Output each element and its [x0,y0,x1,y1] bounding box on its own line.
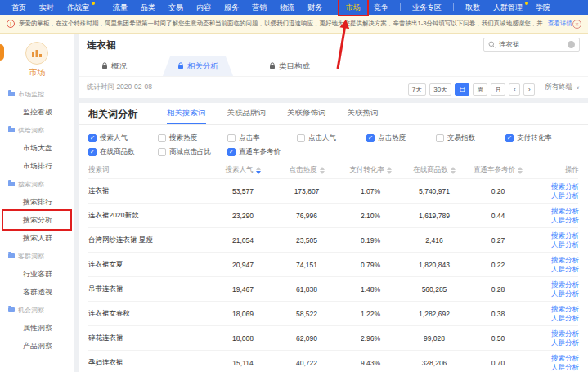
sidebar-item-14[interactable]: 产品洞察 [3,337,70,355]
filter-0-1[interactable]: 搜索热度 [158,133,227,143]
column-header-5[interactable]: 直通车参考价 [466,165,530,175]
column-label: 支付转化率 [349,165,384,175]
word-tab-1[interactable]: 关联品牌词 [227,103,267,124]
filter-0-5[interactable]: 交易指数 [436,133,505,143]
nav-item-2[interactable]: 作战室 [61,0,96,15]
filter-1-1[interactable]: 商城点击占比 [158,147,227,157]
action-link-0[interactable]: 搜索分析 [551,231,579,240]
nav-item-7[interactable]: 内容 [190,0,218,15]
sort-icon[interactable] [451,167,456,174]
action-link-0[interactable]: 搜索分析 [551,256,579,265]
filter-1-2[interactable]: ✓直通车参考价 [227,147,297,157]
action-link-1[interactable]: 人群分析 [551,265,579,274]
sidebar-item-11[interactable]: 客群透视 [3,283,70,301]
nav-item-5[interactable]: 品类 [134,0,162,15]
sort-icon[interactable] [320,167,325,174]
notice-detail-link[interactable]: 查看详情 [548,20,572,28]
word-tab-2[interactable]: 关联修饰词 [287,103,326,124]
action-link-0[interactable]: 搜索分析 [551,182,579,191]
sidebar-item-8[interactable]: 搜索人群 [3,229,70,247]
range-button-1[interactable]: 30天 [429,83,451,96]
nav-item-8[interactable]: 服务 [218,0,245,15]
word-tab-0[interactable]: 相关搜索词 [167,103,206,124]
nav-item-18[interactable]: 取数 [459,0,487,15]
filter-0-3[interactable]: 点击人气 [297,133,366,143]
sidebar-item-3[interactable]: 市场大盘 [3,139,70,157]
tab-0[interactable]: 概况 [87,56,141,76]
cell-value-0: 20,947 [211,261,275,269]
sidebar-item-4[interactable]: 市场排行 [3,157,70,175]
nav-item-0[interactable]: 首页 [5,0,33,15]
nav-item-16[interactable]: 业务专区 [406,0,448,15]
period-button-1[interactable]: 周 [473,83,487,96]
period-button-0[interactable]: 日 [455,83,469,96]
action-link-1[interactable]: 人群分析 [551,289,579,298]
nav-item-20[interactable]: 学院 [529,0,557,15]
pager-button-1[interactable]: › [523,83,535,96]
nav-item-14[interactable]: 竞争 [367,0,395,15]
cell-value-3: 328,206 [402,359,466,367]
column-header-4[interactable]: 在线商品数 [402,165,466,175]
filter-0-6[interactable]: ✓支付转化率 [505,133,575,143]
nav-item-11[interactable]: 财务 [301,0,329,15]
nav-item-13[interactable]: 市场 [339,0,367,15]
filter-label: 点击率 [239,133,260,143]
cell-value-0: 19,467 [211,285,275,294]
table-row: 碎花连衣裙18,00862,0902.96%99,0280.50搜索分析人群分析 [88,325,578,350]
action-link-0[interactable]: 搜索分析 [551,305,579,314]
cell-value-3: 99,028 [402,334,466,343]
table-row: 连衣裙女春秋18,06958,5221.22%1,282,6920.38搜索分析… [88,301,578,325]
column-label: 操作 [565,165,579,175]
filter-0-2[interactable]: 点击率 [227,133,297,143]
column-header-3[interactable]: 支付转化率 [339,165,402,175]
action-link-0[interactable]: 搜索分析 [551,329,579,338]
sidebar-item-10[interactable]: 行业客群 [3,265,70,283]
gear-icon[interactable] [568,41,575,48]
title-row: 连衣裙 连衣裙 [79,34,588,56]
nav-item-19[interactable]: 人群管理 [487,0,529,15]
edge-floating-tag[interactable] [0,44,4,61]
tab-1[interactable]: 相关分析 [163,56,233,76]
folder-icon [8,92,15,96]
sort-icon[interactable] [256,167,261,174]
sidebar-item-1[interactable]: 监控看板 [3,103,70,121]
range-button-0[interactable]: 7天 [408,83,426,96]
action-link-1[interactable]: 人群分析 [551,338,579,347]
nav-item-6[interactable]: 交易 [162,0,190,15]
sidebar-item-13[interactable]: 属性洞察 [3,319,70,337]
sort-icon[interactable] [518,167,523,174]
terminal-filter-dropdown[interactable]: 所有终端 ∨ [545,83,580,92]
page: 首页实时作战室流量品类交易内容服务营销物流财务市场竞争业务专区取数人群管理学院 … [0,0,588,372]
nav-item-4[interactable]: 流量 [106,0,134,15]
action-link-1[interactable]: 人群分析 [551,363,579,372]
word-tab-3[interactable]: 关联热词 [348,103,379,124]
sidebar-item-6[interactable]: 搜索排行 [3,193,70,211]
action-link-1[interactable]: 人群分析 [551,240,579,249]
column-header-1[interactable]: 搜索人气 [211,165,275,175]
action-link-1[interactable]: 人群分析 [551,191,579,200]
stat-time-value: 2020-02-08 [116,83,151,91]
cell-value-0: 18,008 [211,334,275,343]
period-button-2[interactable]: 月 [491,83,505,96]
tab-2[interactable]: 类目构成 [254,56,325,76]
action-link-1[interactable]: 人群分析 [551,314,579,323]
column-header-2[interactable]: 点击热度 [275,165,339,175]
pager-button-0[interactable]: ‹ [509,83,520,96]
nav-item-9[interactable]: 营销 [245,0,273,15]
filter-1-0[interactable]: ✓在线商品数 [88,147,158,157]
column-header-6: 操作 [530,165,579,175]
nav-item-10[interactable]: 物流 [273,0,301,15]
action-link-0[interactable]: 搜索分析 [551,207,579,216]
action-link-0[interactable]: 搜索分析 [551,280,579,289]
filter-0-4[interactable]: ✓点击热度 [366,133,436,143]
filter-label: 搜索热度 [169,133,197,143]
filter-0-0[interactable]: ✓搜索人气 [88,133,158,143]
keyword-search-input[interactable]: 连衣裙 [483,38,580,52]
nav-item-1[interactable]: 实时 [33,0,61,15]
action-link-1[interactable]: 人群分析 [551,216,579,225]
close-icon[interactable]: ✕ [572,20,581,29]
main-row: 市场 市场监控监控看板供给洞察市场大盘市场排行搜索洞察搜索排行搜索分析搜索人群客… [0,34,588,372]
action-link-0[interactable]: 搜索分析 [551,354,579,363]
sort-icon[interactable] [387,167,392,174]
sidebar-item-7[interactable]: 搜索分析 [3,211,70,229]
